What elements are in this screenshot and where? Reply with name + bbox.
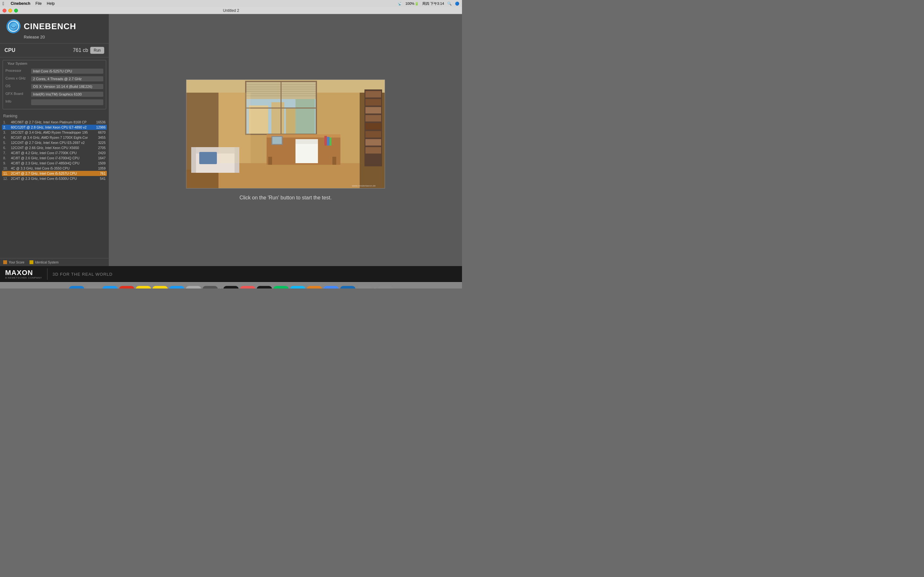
dock-icon-wechat[interactable]: 💬 bbox=[273, 286, 289, 289]
dock-icon-firefox[interactable]: 🦊 bbox=[240, 286, 255, 289]
menubar:  Cinebench File Help 📡 100%🔋 周四 下午3:14 … bbox=[0, 0, 462, 7]
ranking-list: 1. 48C/96T @ 2.7 GHz, Intel Xeon Platinu… bbox=[0, 119, 109, 258]
ranking-score: 541 bbox=[93, 177, 105, 181]
svg-rect-2 bbox=[3, 260, 7, 264]
dock-icon-notes[interactable]: 📝 bbox=[136, 286, 151, 289]
svg-rect-31 bbox=[296, 139, 318, 144]
dock-icon-focus[interactable]: ⚡ bbox=[307, 286, 322, 289]
system-row-cores: Cores x GHz 2 Cores, 4 Threads @ 2.7 GHz bbox=[5, 75, 103, 83]
ranking-score: 1509 bbox=[93, 161, 105, 165]
maxon-sub: A NEMETSCHEK COMPANY bbox=[5, 276, 42, 279]
dock-icon-safari[interactable]: 🧭 bbox=[102, 286, 118, 289]
ranking-desc: 8C/16T @ 3.4 GHz, AMD Ryzen 7 1700X Eigh… bbox=[11, 135, 93, 139]
right-panel: www.renderbaron.de Click on the 'Run' bu… bbox=[109, 14, 462, 266]
ranking-desc: 48C/96T @ 2.7 GHz, Intel Xeon Platinum 8… bbox=[11, 120, 93, 124]
ranking-score: 16536 bbox=[93, 120, 105, 124]
ranking-num: 7. bbox=[3, 151, 11, 155]
dock-icon-calendar[interactable]: 📅 bbox=[119, 286, 134, 289]
system-row-gfx: GFX Board Intel(R) Iris(TM) Graphics 610… bbox=[5, 90, 103, 98]
ranking-item: 5. 12C/24T @ 2.7 GHz, Intel Xeon CPU E5-… bbox=[2, 140, 107, 145]
close-button[interactable] bbox=[3, 9, 6, 13]
room-scene-svg: www.renderbaron.de bbox=[186, 80, 385, 189]
ranking-score: 761 bbox=[93, 171, 105, 175]
dock: 🔵🚀🧭📅📝🗂🅰⚙️🔢>_🦊🎯💬🐧⚡📊🎬📄🗑 bbox=[0, 282, 462, 288]
minimize-button[interactable] bbox=[8, 9, 12, 13]
help-menu[interactable]: Help bbox=[47, 1, 55, 6]
legend-your-score: Your Score bbox=[3, 260, 24, 264]
ranking-desc: 16C/32T @ 3.4 GHz, AMD Ryzen Threadrippe… bbox=[11, 131, 93, 134]
dock-icon-launch[interactable]: 🚀 bbox=[86, 286, 101, 289]
menubar-left:  Cinebench File Help bbox=[3, 1, 55, 6]
ranking-item: 6. 12C/24T @ 2.66 GHz, Intel Xeon CPU X5… bbox=[2, 145, 107, 150]
app-window: CINEBENCH Release 20 CPU 761 cb Run Your… bbox=[0, 14, 462, 266]
ranking-item: 4. 8C/16T @ 3.4 GHz, AMD Ryzen 7 1700X E… bbox=[2, 135, 107, 140]
dock-icon-qq[interactable]: 🐧 bbox=[290, 286, 305, 289]
svg-rect-39 bbox=[191, 147, 196, 173]
dock-separator bbox=[220, 288, 221, 289]
processor-label: Processor bbox=[5, 69, 31, 73]
titlebar: Untitled 2 bbox=[0, 7, 462, 14]
system-row-os: OS OS X: Version 10.14.4 (Build 18E226) bbox=[5, 83, 103, 90]
dock-icon-instruments[interactable]: 🎯 bbox=[257, 286, 272, 289]
svg-rect-35 bbox=[327, 137, 330, 145]
run-button[interactable]: Run bbox=[90, 47, 104, 54]
identical-label: Identical System bbox=[35, 261, 58, 264]
os-label: OS bbox=[5, 84, 31, 88]
dock-icon-appstore[interactable]: 🅰 bbox=[169, 286, 184, 289]
svg-rect-45 bbox=[365, 107, 381, 113]
ranking-score: 3455 bbox=[93, 135, 105, 139]
svg-rect-20 bbox=[271, 102, 284, 134]
siri-icon[interactable]: 🔵 bbox=[455, 2, 459, 6]
dock-icon-terminal[interactable]: >_ bbox=[223, 286, 239, 289]
file-menu[interactable]: File bbox=[35, 1, 41, 6]
svg-rect-34 bbox=[325, 136, 327, 145]
traffic-lights bbox=[3, 9, 18, 13]
ranking-num: 9. bbox=[3, 161, 11, 165]
info-value bbox=[31, 99, 103, 105]
dock-icon-finder[interactable]: 🔵 bbox=[69, 286, 84, 289]
system-row-info: Info bbox=[5, 98, 103, 106]
ranking-item: 10. 4C @ 3.3 GHz, Intel Core i5-3550 CPU… bbox=[2, 166, 107, 171]
ranking-title: Ranking bbox=[0, 112, 109, 119]
svg-rect-22 bbox=[296, 99, 315, 134]
render-watermark: www.renderbaron.de bbox=[352, 184, 376, 187]
ranking-desc: 12C/24T @ 2.66 GHz, Intel Xeon CPU X5650 bbox=[11, 146, 93, 150]
your-score-label: Your Score bbox=[9, 261, 24, 264]
ranking-desc: 12C/24T @ 2.7 GHz, Intel Xeon CPU E5-269… bbox=[11, 141, 93, 145]
svg-rect-49 bbox=[365, 139, 381, 145]
ranking-desc: 2C/4T @ 2.7 GHz, Intel Core i5-5257U CPU bbox=[11, 171, 93, 175]
dock-icon-cinema4d[interactable]: 🎬 bbox=[340, 286, 355, 289]
ranking-item: 7. 4C/8T @ 4.2 GHz, Intel Core i7-7700K … bbox=[2, 150, 107, 155]
maximize-button[interactable] bbox=[14, 9, 18, 13]
legend-identical: Identical System bbox=[29, 260, 58, 264]
search-icon[interactable]: 🔍 bbox=[447, 2, 452, 6]
ranking-score: 3225 bbox=[93, 141, 105, 145]
ranking-score: 6670 bbox=[93, 131, 105, 134]
dock-icon-stickies[interactable]: 🗂 bbox=[152, 286, 168, 289]
svg-rect-50 bbox=[365, 147, 381, 153]
svg-rect-48 bbox=[365, 131, 381, 137]
logo-section: CINEBENCH Release 20 bbox=[0, 14, 109, 44]
ranking-score: 1059 bbox=[93, 166, 105, 170]
gfx-value: Intel(R) Iris(TM) Graphics 6100 bbox=[31, 92, 103, 97]
apple-menu[interactable]:  bbox=[3, 1, 4, 6]
dock-icon-calculator[interactable]: 🔢 bbox=[202, 286, 218, 289]
svg-rect-43 bbox=[365, 91, 381, 97]
os-value: OS X: Version 10.14.4 (Build 18E226) bbox=[31, 84, 103, 89]
ranking-num: 11. bbox=[3, 171, 11, 175]
svg-rect-51 bbox=[218, 93, 250, 163]
wifi-icon: 📡 bbox=[397, 2, 402, 6]
app-name[interactable]: Cinebench bbox=[11, 1, 30, 6]
dock-icon-trash[interactable]: 🗑 bbox=[378, 286, 393, 289]
cinebench-logo-icon bbox=[6, 19, 21, 33]
ranking-item: 3. 16C/32T @ 3.4 GHz, AMD Ryzen Threadri… bbox=[2, 130, 107, 135]
dock-icon-fantastical[interactable]: 📊 bbox=[323, 286, 339, 289]
ranking-num: 2. bbox=[3, 125, 11, 129]
svg-rect-29 bbox=[333, 157, 336, 165]
svg-rect-28 bbox=[268, 157, 272, 165]
dock-icon-sysprefs[interactable]: ⚙️ bbox=[186, 286, 201, 289]
dock-icon-script[interactable]: 📄 bbox=[357, 286, 372, 289]
your-score-dot bbox=[3, 260, 7, 264]
svg-rect-44 bbox=[365, 99, 381, 105]
ranking-num: 5. bbox=[3, 141, 11, 145]
